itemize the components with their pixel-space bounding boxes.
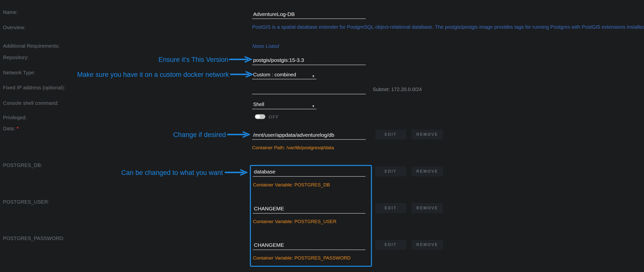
privileged-label: Privileged: [3, 115, 27, 120]
postgres-db-remove-button[interactable]: REMOVE [412, 167, 443, 176]
data-container-path-note: Container Path: /var/lib/postgresql/data [252, 145, 334, 151]
repository-label: Repository: [3, 55, 29, 60]
console-shell-label: Console shell command: [3, 100, 58, 106]
annotation-change-if-desired: Change if desired [102, 131, 226, 139]
postgres-user-edit-button[interactable]: EDIT [375, 203, 406, 213]
data-label-text: Data: [3, 126, 15, 131]
postgres-password-edit-button[interactable]: EDIT [375, 240, 406, 250]
subnet-note: Subnet: 172.20.0.0/24 [373, 87, 422, 92]
overview-label: Overview: [3, 25, 26, 31]
chevron-down-icon: ▼ [312, 103, 315, 109]
additional-requirements-label: Additional Requirements: [3, 43, 60, 49]
fixed-ip-label: Fixed IP address (optional): [3, 85, 65, 91]
data-remove-button[interactable]: REMOVE [412, 129, 443, 140]
annotation-arrow-icon [225, 169, 248, 176]
annotation-can-be-changed: Can be changed to what you want [98, 169, 223, 177]
data-path-input[interactable]: /mnt/user/appdata/adventurelog/db [252, 132, 366, 140]
required-asterisk: * [17, 126, 19, 131]
postgres-user-label: POSTGRES_USER: [3, 199, 49, 205]
postgres-user-input[interactable]: CHANGEME [253, 205, 366, 214]
console-shell-select[interactable]: Shell ▼ [252, 101, 316, 109]
network-type-select[interactable]: Custom : combined ▼ [252, 71, 316, 79]
additional-requirements-value: None Listed [252, 43, 279, 49]
network-type-label: Network Type: [3, 70, 36, 76]
name-label: Name: [3, 10, 18, 15]
fixed-ip-input[interactable] [252, 86, 366, 94]
network-type-selected-value: Custom : combined [253, 72, 296, 77]
postgres-db-label: POSTGRES_DB: [3, 163, 42, 168]
repository-input[interactable]: postgis/postgis:15-3.3 [252, 57, 366, 65]
postgres-password-input[interactable]: CHANGEME [253, 242, 366, 250]
postgres-db-container-variable-note: Container Variable: POSTGRES_DB [253, 182, 330, 188]
postgres-user-container-variable-note: Container Variable: POSTGRES_USER [253, 219, 336, 224]
highlight-box [250, 165, 372, 267]
data-label: Data:* [3, 126, 19, 131]
console-shell-selected-value: Shell [253, 102, 264, 107]
privileged-toggle[interactable] [255, 114, 265, 119]
toggle-knob [255, 115, 260, 118]
postgres-db-edit-button[interactable]: EDIT [375, 167, 406, 176]
postgres-user-remove-button[interactable]: REMOVE [412, 203, 443, 213]
chevron-down-icon: ▼ [312, 73, 315, 80]
annotation-ensure-version: Ensure it's This Version [104, 56, 228, 64]
data-edit-button[interactable]: EDIT [375, 129, 406, 140]
postgres-db-input[interactable]: database [253, 169, 366, 177]
postgres-password-label: POSTGRES_PASSWORD: [3, 236, 64, 241]
privileged-toggle-state: OFF [268, 114, 279, 120]
annotation-arrow-icon [229, 56, 252, 63]
overview-text: PostGIS is a spatial database extender f… [252, 24, 644, 30]
postgres-password-container-variable-note: Container Variable: POSTGRES_PASSWORD [253, 255, 350, 261]
docker-container-settings-page: Name: Overview: Additional Requirements:… [0, 0, 644, 272]
annotation-arrow-icon [227, 131, 250, 138]
postgres-password-remove-button[interactable]: REMOVE [412, 240, 443, 250]
name-input[interactable]: AdventureLog-DB [252, 11, 366, 19]
annotation-arrow-icon [230, 71, 253, 78]
annotation-custom-network: Make sure you have it on a custom docker… [54, 71, 229, 79]
